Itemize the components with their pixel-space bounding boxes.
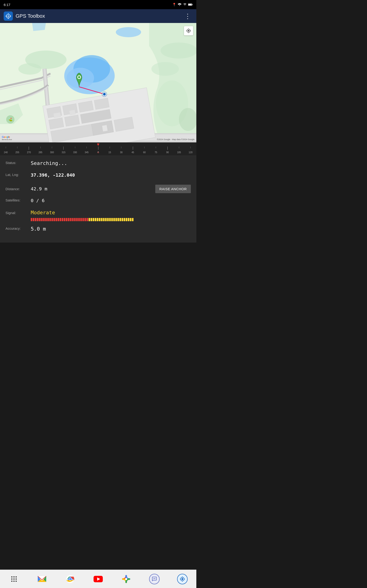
accuracy-label: Accuracy: (6, 226, 31, 230)
signal-strength-icon (183, 3, 187, 7)
svg-rect-2 (188, 4, 192, 5)
data-panel: Status: Searching... Lat, Lng: 37.396, -… (0, 156, 196, 242)
compass-deg-330: 330 (69, 151, 81, 154)
accuracy-value: 5.0 m (31, 226, 191, 232)
distance-row: Distance: 42.9 m RAISE ANCHOR (6, 184, 191, 193)
compass-deg-120: 120 (185, 151, 196, 154)
wifi-icon (177, 3, 182, 7)
status-label: Status: (6, 160, 31, 165)
status-value: Searching... (31, 160, 191, 166)
map-container[interactable]: ⛳ Google Benecia Ave ©2024 Google · Map … (0, 23, 196, 142)
compass-deg-90: 90 (162, 151, 173, 154)
satellites-label: Satellites: (6, 198, 31, 202)
compass-deg-105: 105 (173, 151, 185, 154)
map-copyright: ©2024 Google · Map data ©2024 Google (157, 138, 194, 141)
compass-deg-270: 270 (23, 151, 35, 154)
compass-deg-255: 255 (11, 151, 23, 154)
north-indicator: ▼ (96, 142, 100, 147)
app-icon (4, 11, 13, 21)
signal-value: Moderate (31, 210, 191, 216)
app-bar: GPS Toolbox ⋮ (0, 9, 196, 23)
google-watermark: Google Benecia Ave (2, 136, 12, 141)
raise-anchor-button[interactable]: RAISE ANCHOR (155, 185, 191, 193)
accuracy-row: Accuracy: 5.0 m (6, 226, 191, 233)
svg-point-9 (8, 15, 9, 17)
svg-point-18 (116, 27, 141, 37)
status-row: Status: Searching... (6, 160, 191, 168)
compass-deg-240: 240 (0, 151, 11, 154)
distance-label: Distance: (6, 187, 31, 191)
compass-deg-75: 75 (150, 151, 162, 154)
location-button[interactable] (184, 26, 193, 35)
compass-deg-285: 285 (35, 151, 46, 154)
time-display: 6:17 (4, 3, 10, 7)
svg-rect-1 (192, 4, 192, 5)
overflow-menu-button[interactable]: ⋮ (183, 10, 193, 22)
satellites-value: 0 / 6 (31, 198, 191, 203)
compass-chevron-up: ^ (97, 151, 99, 155)
svg-text:⛳: ⛳ (8, 118, 13, 121)
compass-deg-60: 60 (139, 151, 150, 154)
app-title: GPS Toolbox (16, 13, 180, 19)
compass-deg-345: 345 (81, 151, 92, 154)
compass-deg-15: 15 (104, 151, 115, 154)
location-icon: 📍 (172, 3, 176, 6)
latlng-value: 37.396, -122.040 (31, 172, 191, 178)
signal-strength-bar (31, 218, 134, 221)
svg-rect-35 (69, 110, 75, 115)
svg-rect-36 (102, 125, 108, 131)
svg-point-38 (78, 76, 80, 78)
compass-deg-30: 30 (116, 151, 127, 154)
compass-deg-315: 315 (58, 151, 69, 154)
signal-label: Signal: (6, 210, 31, 215)
compass-deg-300: 300 (46, 151, 58, 154)
battery-icon (188, 3, 193, 7)
svg-point-41 (103, 93, 106, 96)
compass-deg-45: 45 (127, 151, 139, 154)
latlng-row: Lat, Lng: 37.396, -122.040 (6, 172, 191, 180)
status-bar: 6:17 📍 (0, 0, 196, 9)
satellites-row: Satellites: 0 / 6 (6, 198, 191, 205)
latlng-label: Lat, Lng: (6, 172, 31, 177)
distance-value: 42.9 m (31, 186, 152, 191)
map-view: ⛳ (0, 23, 196, 142)
signal-row: Signal: Moderate (6, 210, 191, 221)
compass-bar: ▼ W NW N NE E 240 255 270 (0, 142, 196, 156)
svg-point-12 (18, 63, 41, 75)
